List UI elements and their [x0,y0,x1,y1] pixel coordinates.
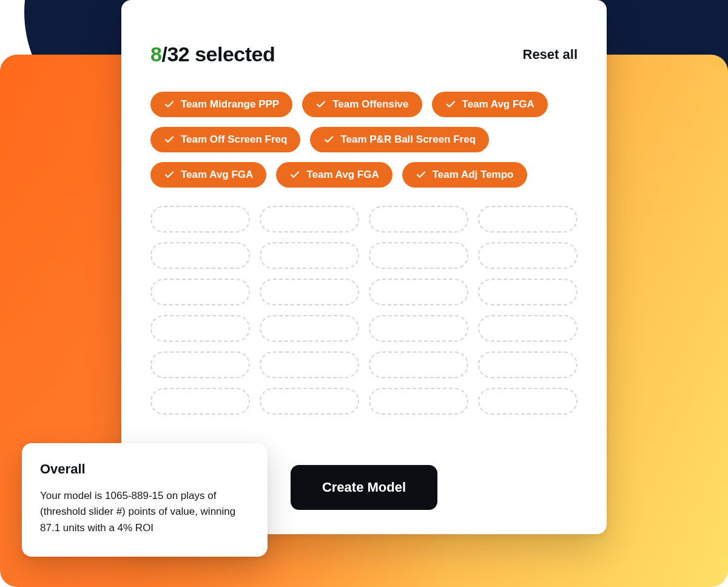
slot-row [150,279,578,305]
feature-chip-label: Team Adj Tempo [433,169,514,181]
empty-feature-slot[interactable] [478,206,578,232]
check-icon [445,99,462,110]
selection-count: 8/32 selected [150,42,275,66]
feature-chip[interactable]: Team Avg FGA [150,162,266,188]
empty-feature-slot[interactable] [150,315,250,342]
feature-chip[interactable]: Team Adj Tempo [402,162,527,188]
empty-feature-slot[interactable] [260,388,359,415]
empty-feature-slot[interactable] [478,388,578,415]
empty-feature-slot[interactable] [260,279,359,305]
empty-feature-slot[interactable] [369,388,468,415]
feature-chip[interactable]: Team Off Screen Freq [150,127,300,152]
empty-feature-slot[interactable] [260,351,359,378]
slot-row [150,388,578,415]
create-model-button[interactable]: Create Model [291,465,437,510]
overall-title: Overall [40,461,249,477]
check-icon [289,169,306,180]
feature-chip-label: Team Avg FGA [306,169,379,181]
empty-feature-slot[interactable] [150,388,250,415]
feature-chip-label: Team Avg FGA [181,169,253,181]
check-icon [416,169,433,180]
selection-suffix: selected [189,42,275,66]
empty-feature-slot[interactable] [150,351,250,378]
empty-feature-slot[interactable] [369,315,468,342]
feature-chip[interactable]: Team Midrange PPP [150,92,292,117]
check-icon [164,99,181,110]
empty-slots-container [150,206,578,443]
slot-row [150,242,578,269]
empty-feature-slot[interactable] [260,206,359,232]
empty-feature-slot[interactable] [369,206,468,232]
feature-chip-label: Team Off Screen Freq [181,134,287,146]
selected-number: 8 [150,42,161,66]
empty-feature-slot[interactable] [260,242,359,269]
empty-feature-slot[interactable] [369,242,468,269]
selected-chips-container: Team Midrange PPPTeam OffensiveTeam Avg … [150,92,578,188]
empty-feature-slot[interactable] [150,242,250,269]
overall-summary-card: Overall Your model is 1065-889-15 on pla… [22,443,268,557]
check-icon [323,134,340,145]
slot-row [150,315,578,342]
feature-chip[interactable]: Team Avg FGA [276,162,392,188]
empty-feature-slot[interactable] [478,279,578,305]
empty-feature-slot[interactable] [260,315,359,342]
empty-feature-slot[interactable] [150,206,250,232]
empty-feature-slot[interactable] [478,315,578,342]
feature-chip-label: Team Avg FGA [462,98,534,110]
slot-row [150,206,578,232]
feature-chip-label: Team P&R Ball Screen Freq [340,134,476,146]
feature-chip-label: Team Midrange PPP [181,98,279,110]
slot-row [150,351,578,378]
empty-feature-slot[interactable] [369,279,468,305]
empty-feature-slot[interactable] [369,351,468,378]
feature-chip[interactable]: Team Offensive [302,92,422,117]
overall-body: Your model is 1065-889-15 on plays of (t… [40,488,249,536]
check-icon [315,99,332,110]
check-icon [164,134,181,145]
reset-all-button[interactable]: Reset all [523,47,578,63]
empty-feature-slot[interactable] [478,351,578,378]
feature-chip-label: Team Offensive [332,98,408,110]
empty-feature-slot[interactable] [150,279,250,305]
selector-header: 8/32 selected Reset all [150,42,578,66]
total-number: 32 [167,42,189,66]
check-icon [164,169,181,180]
empty-feature-slot[interactable] [478,242,578,269]
feature-chip[interactable]: Team P&R Ball Screen Freq [310,127,489,152]
feature-chip[interactable]: Team Avg FGA [432,92,548,117]
